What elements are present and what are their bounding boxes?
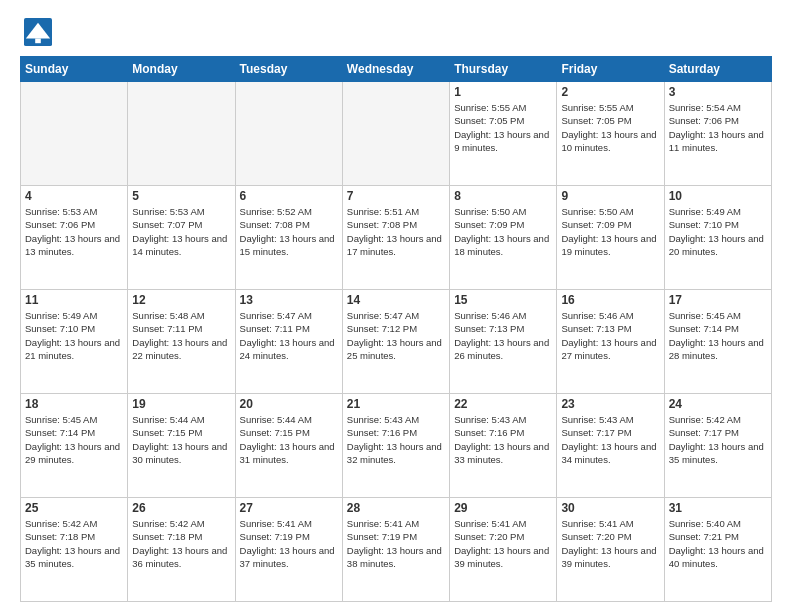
day-number: 24 xyxy=(669,397,767,411)
day-number: 31 xyxy=(669,501,767,515)
day-info: Sunrise: 5:51 AMSunset: 7:08 PMDaylight:… xyxy=(347,205,445,258)
day-number: 6 xyxy=(240,189,338,203)
calendar-cell xyxy=(235,82,342,186)
day-info: Sunrise: 5:43 AMSunset: 7:16 PMDaylight:… xyxy=(454,413,552,466)
calendar-cell: 23 Sunrise: 5:43 AMSunset: 7:17 PMDaylig… xyxy=(557,394,664,498)
day-info: Sunrise: 5:55 AMSunset: 7:05 PMDaylight:… xyxy=(454,101,552,154)
day-number: 11 xyxy=(25,293,123,307)
page: SundayMondayTuesdayWednesdayThursdayFrid… xyxy=(0,0,792,612)
calendar-cell: 28 Sunrise: 5:41 AMSunset: 7:19 PMDaylig… xyxy=(342,498,449,602)
day-info: Sunrise: 5:43 AMSunset: 7:17 PMDaylight:… xyxy=(561,413,659,466)
logo xyxy=(20,18,52,46)
day-info: Sunrise: 5:44 AMSunset: 7:15 PMDaylight:… xyxy=(132,413,230,466)
calendar-cell: 2 Sunrise: 5:55 AMSunset: 7:05 PMDayligh… xyxy=(557,82,664,186)
calendar-cell: 15 Sunrise: 5:46 AMSunset: 7:13 PMDaylig… xyxy=(450,290,557,394)
day-header-saturday: Saturday xyxy=(664,57,771,82)
day-number: 4 xyxy=(25,189,123,203)
calendar-cell: 3 Sunrise: 5:54 AMSunset: 7:06 PMDayligh… xyxy=(664,82,771,186)
calendar-week-1: 4 Sunrise: 5:53 AMSunset: 7:06 PMDayligh… xyxy=(21,186,772,290)
day-info: Sunrise: 5:41 AMSunset: 7:20 PMDaylight:… xyxy=(561,517,659,570)
day-number: 27 xyxy=(240,501,338,515)
calendar-cell: 1 Sunrise: 5:55 AMSunset: 7:05 PMDayligh… xyxy=(450,82,557,186)
calendar-cell: 6 Sunrise: 5:52 AMSunset: 7:08 PMDayligh… xyxy=(235,186,342,290)
day-number: 13 xyxy=(240,293,338,307)
day-info: Sunrise: 5:50 AMSunset: 7:09 PMDaylight:… xyxy=(454,205,552,258)
calendar-cell: 17 Sunrise: 5:45 AMSunset: 7:14 PMDaylig… xyxy=(664,290,771,394)
day-number: 25 xyxy=(25,501,123,515)
day-number: 7 xyxy=(347,189,445,203)
calendar-cell xyxy=(342,82,449,186)
day-number: 5 xyxy=(132,189,230,203)
calendar-cell: 10 Sunrise: 5:49 AMSunset: 7:10 PMDaylig… xyxy=(664,186,771,290)
day-header-wednesday: Wednesday xyxy=(342,57,449,82)
day-info: Sunrise: 5:46 AMSunset: 7:13 PMDaylight:… xyxy=(561,309,659,362)
calendar-cell: 26 Sunrise: 5:42 AMSunset: 7:18 PMDaylig… xyxy=(128,498,235,602)
day-info: Sunrise: 5:49 AMSunset: 7:10 PMDaylight:… xyxy=(25,309,123,362)
day-number: 17 xyxy=(669,293,767,307)
header xyxy=(20,18,772,46)
day-info: Sunrise: 5:48 AMSunset: 7:11 PMDaylight:… xyxy=(132,309,230,362)
day-info: Sunrise: 5:54 AMSunset: 7:06 PMDaylight:… xyxy=(669,101,767,154)
day-info: Sunrise: 5:42 AMSunset: 7:17 PMDaylight:… xyxy=(669,413,767,466)
day-info: Sunrise: 5:53 AMSunset: 7:07 PMDaylight:… xyxy=(132,205,230,258)
calendar-week-3: 18 Sunrise: 5:45 AMSunset: 7:14 PMDaylig… xyxy=(21,394,772,498)
svg-rect-2 xyxy=(35,39,41,44)
day-number: 19 xyxy=(132,397,230,411)
day-number: 23 xyxy=(561,397,659,411)
day-number: 8 xyxy=(454,189,552,203)
day-number: 18 xyxy=(25,397,123,411)
day-info: Sunrise: 5:45 AMSunset: 7:14 PMDaylight:… xyxy=(25,413,123,466)
calendar-cell: 27 Sunrise: 5:41 AMSunset: 7:19 PMDaylig… xyxy=(235,498,342,602)
calendar-cell: 19 Sunrise: 5:44 AMSunset: 7:15 PMDaylig… xyxy=(128,394,235,498)
day-header-sunday: Sunday xyxy=(21,57,128,82)
calendar-cell: 20 Sunrise: 5:44 AMSunset: 7:15 PMDaylig… xyxy=(235,394,342,498)
calendar-cell xyxy=(21,82,128,186)
calendar-cell: 24 Sunrise: 5:42 AMSunset: 7:17 PMDaylig… xyxy=(664,394,771,498)
day-number: 1 xyxy=(454,85,552,99)
calendar-cell: 25 Sunrise: 5:42 AMSunset: 7:18 PMDaylig… xyxy=(21,498,128,602)
day-number: 28 xyxy=(347,501,445,515)
calendar-cell: 21 Sunrise: 5:43 AMSunset: 7:16 PMDaylig… xyxy=(342,394,449,498)
day-number: 14 xyxy=(347,293,445,307)
calendar-cell: 22 Sunrise: 5:43 AMSunset: 7:16 PMDaylig… xyxy=(450,394,557,498)
day-number: 26 xyxy=(132,501,230,515)
day-info: Sunrise: 5:41 AMSunset: 7:19 PMDaylight:… xyxy=(240,517,338,570)
day-info: Sunrise: 5:41 AMSunset: 7:19 PMDaylight:… xyxy=(347,517,445,570)
calendar-cell: 13 Sunrise: 5:47 AMSunset: 7:11 PMDaylig… xyxy=(235,290,342,394)
day-number: 21 xyxy=(347,397,445,411)
calendar-cell: 30 Sunrise: 5:41 AMSunset: 7:20 PMDaylig… xyxy=(557,498,664,602)
day-number: 3 xyxy=(669,85,767,99)
day-info: Sunrise: 5:47 AMSunset: 7:12 PMDaylight:… xyxy=(347,309,445,362)
day-info: Sunrise: 5:43 AMSunset: 7:16 PMDaylight:… xyxy=(347,413,445,466)
calendar-header-row: SundayMondayTuesdayWednesdayThursdayFrid… xyxy=(21,57,772,82)
calendar-cell: 18 Sunrise: 5:45 AMSunset: 7:14 PMDaylig… xyxy=(21,394,128,498)
day-info: Sunrise: 5:40 AMSunset: 7:21 PMDaylight:… xyxy=(669,517,767,570)
day-number: 9 xyxy=(561,189,659,203)
calendar-cell: 7 Sunrise: 5:51 AMSunset: 7:08 PMDayligh… xyxy=(342,186,449,290)
day-info: Sunrise: 5:47 AMSunset: 7:11 PMDaylight:… xyxy=(240,309,338,362)
calendar-cell: 12 Sunrise: 5:48 AMSunset: 7:11 PMDaylig… xyxy=(128,290,235,394)
day-info: Sunrise: 5:49 AMSunset: 7:10 PMDaylight:… xyxy=(669,205,767,258)
day-header-thursday: Thursday xyxy=(450,57,557,82)
calendar-cell: 16 Sunrise: 5:46 AMSunset: 7:13 PMDaylig… xyxy=(557,290,664,394)
calendar-cell: 29 Sunrise: 5:41 AMSunset: 7:20 PMDaylig… xyxy=(450,498,557,602)
day-info: Sunrise: 5:42 AMSunset: 7:18 PMDaylight:… xyxy=(25,517,123,570)
calendar-cell: 9 Sunrise: 5:50 AMSunset: 7:09 PMDayligh… xyxy=(557,186,664,290)
logo-icon xyxy=(24,18,52,46)
day-info: Sunrise: 5:44 AMSunset: 7:15 PMDaylight:… xyxy=(240,413,338,466)
day-number: 16 xyxy=(561,293,659,307)
day-header-friday: Friday xyxy=(557,57,664,82)
day-number: 20 xyxy=(240,397,338,411)
day-info: Sunrise: 5:41 AMSunset: 7:20 PMDaylight:… xyxy=(454,517,552,570)
day-info: Sunrise: 5:53 AMSunset: 7:06 PMDaylight:… xyxy=(25,205,123,258)
calendar-week-0: 1 Sunrise: 5:55 AMSunset: 7:05 PMDayligh… xyxy=(21,82,772,186)
day-number: 30 xyxy=(561,501,659,515)
day-info: Sunrise: 5:45 AMSunset: 7:14 PMDaylight:… xyxy=(669,309,767,362)
day-info: Sunrise: 5:52 AMSunset: 7:08 PMDaylight:… xyxy=(240,205,338,258)
calendar-cell: 11 Sunrise: 5:49 AMSunset: 7:10 PMDaylig… xyxy=(21,290,128,394)
day-number: 2 xyxy=(561,85,659,99)
calendar-cell: 4 Sunrise: 5:53 AMSunset: 7:06 PMDayligh… xyxy=(21,186,128,290)
day-number: 22 xyxy=(454,397,552,411)
calendar-week-4: 25 Sunrise: 5:42 AMSunset: 7:18 PMDaylig… xyxy=(21,498,772,602)
calendar-cell: 8 Sunrise: 5:50 AMSunset: 7:09 PMDayligh… xyxy=(450,186,557,290)
